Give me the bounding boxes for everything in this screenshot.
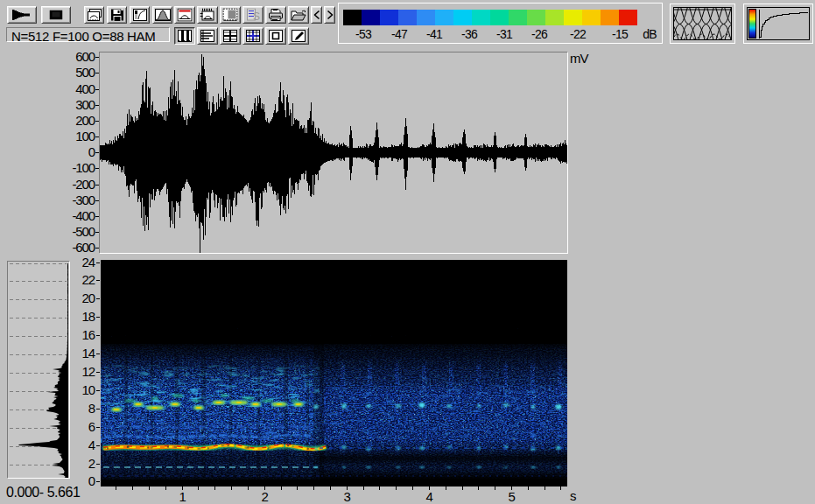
svg-text:S: S <box>253 10 260 22</box>
